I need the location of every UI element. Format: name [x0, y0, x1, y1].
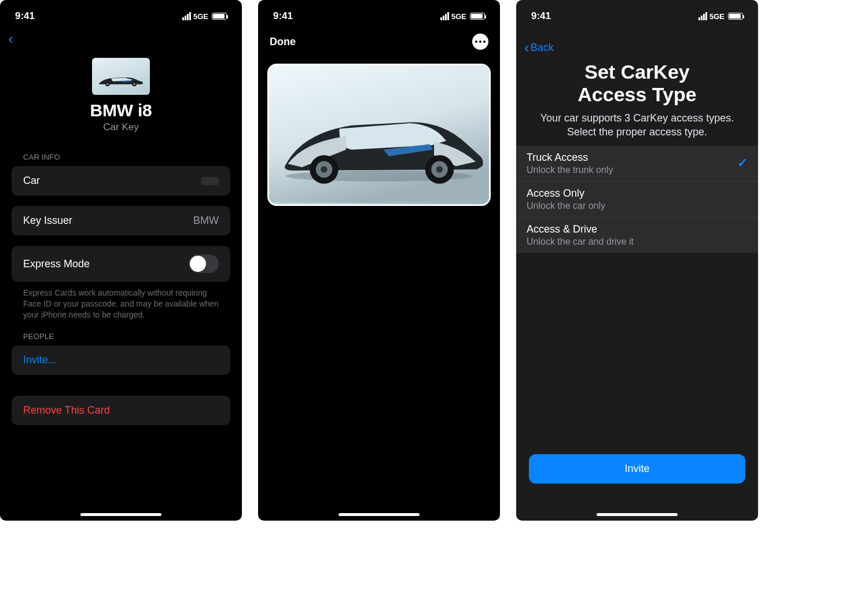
home-indicator[interactable]	[80, 513, 161, 516]
row-express-mode[interactable]: Express Mode	[12, 246, 230, 282]
express-mode-toggle[interactable]	[189, 255, 219, 273]
remove-label: Remove This Card	[23, 404, 110, 417]
access-option-access-drive[interactable]: Access & Drive Unlock the car and drive …	[516, 218, 758, 253]
battery-icon	[470, 13, 485, 20]
status-time: 9:41	[531, 10, 551, 22]
option-title: Access & Drive	[527, 223, 634, 235]
row-issuer-label: Key Issuer	[23, 215, 72, 227]
title-line-1: Set CarKey	[584, 61, 689, 83]
home-indicator[interactable]	[339, 513, 420, 516]
signal-icon	[698, 12, 707, 20]
phone-screen-3: 9:41 5GE ‹ Back Set CarKey Access Type Y…	[516, 0, 758, 521]
row-remove-card[interactable]: Remove This Card	[12, 396, 230, 425]
row-key-issuer[interactable]: Key Issuer BMW	[12, 206, 230, 235]
card-subtitle: Car Key	[0, 121, 242, 133]
status-bar: 9:41 5GE	[0, 0, 242, 25]
access-type-list: Truck Access Unlock the trunk only ✓ Acc…	[516, 146, 758, 253]
status-time: 9:41	[15, 10, 35, 22]
svg-point-1	[106, 83, 109, 86]
status-right: 5GE	[698, 12, 743, 21]
battery-icon	[212, 13, 227, 20]
row-car[interactable]: Car	[12, 166, 230, 196]
option-desc: Unlock the car and drive it	[527, 237, 634, 247]
phone-screen-2: 9:41 5GE Done	[258, 0, 500, 521]
title-line-2: Access Type	[578, 83, 696, 105]
ellipsis-icon	[483, 40, 486, 43]
option-desc: Unlock the trunk only	[527, 165, 613, 175]
status-bar: 9:41 5GE	[258, 0, 500, 25]
access-option-access-only[interactable]: Access Only Unlock the car only	[516, 182, 758, 218]
nav-bar: ‹	[0, 25, 242, 52]
battery-icon	[728, 13, 743, 20]
car-illustration	[269, 65, 489, 204]
option-title: Access Only	[527, 187, 605, 200]
svg-point-8	[321, 166, 327, 172]
back-chevron-icon[interactable]: ‹	[8, 30, 13, 47]
section-label-carinfo: CAR INFO	[0, 133, 242, 166]
row-car-value	[201, 177, 219, 185]
chevron-left-icon: ‹	[524, 42, 529, 54]
network-label: 5GE	[193, 12, 208, 21]
nav-bar: Done	[258, 25, 500, 53]
row-invite[interactable]: Invite...	[12, 345, 230, 375]
invite-button[interactable]: Invite	[529, 454, 745, 484]
more-button[interactable]	[472, 34, 488, 50]
card-title: BMW i8	[0, 101, 242, 120]
car-key-card[interactable]	[267, 64, 491, 206]
status-time: 9:41	[273, 10, 293, 22]
network-label: 5GE	[709, 12, 724, 21]
row-express-label: Express Mode	[23, 258, 90, 270]
done-button[interactable]: Done	[270, 36, 296, 48]
svg-point-3	[133, 83, 135, 86]
network-label: 5GE	[451, 12, 466, 21]
status-right: 5GE	[182, 12, 227, 21]
svg-point-11	[436, 166, 443, 172]
page-title: Set CarKey Access Type	[516, 56, 758, 106]
invite-label: Invite...	[23, 354, 57, 366]
page-subtitle: Your car supports 3 CarKey access types.…	[516, 106, 758, 145]
signal-icon	[440, 12, 449, 20]
ellipsis-icon	[479, 40, 481, 43]
option-title: Truck Access	[527, 152, 613, 164]
row-car-label: Car	[23, 175, 40, 187]
checkmark-icon: ✓	[737, 156, 748, 171]
express-mode-footer: Express Cards work automatically without…	[0, 282, 242, 320]
back-button[interactable]: ‹ Back	[524, 42, 554, 54]
car-card-thumb[interactable]	[92, 58, 150, 95]
option-desc: Unlock the car only	[527, 201, 605, 211]
back-label: Back	[531, 42, 554, 54]
car-icon	[97, 74, 145, 86]
row-issuer-value: BMW	[193, 215, 219, 227]
status-right: 5GE	[440, 12, 485, 21]
section-label-people: PEOPLE	[0, 320, 242, 345]
nav-bar: ‹ Back	[516, 25, 758, 56]
status-bar: 9:41 5GE	[516, 0, 758, 25]
signal-icon	[182, 12, 191, 20]
access-option-truck[interactable]: Truck Access Unlock the trunk only ✓	[516, 146, 758, 182]
home-indicator[interactable]	[597, 513, 678, 516]
ellipsis-icon	[475, 40, 477, 43]
phone-screen-1: 9:41 5GE ‹ BMW i8 Car Key CAR INFO Car K…	[0, 0, 242, 521]
